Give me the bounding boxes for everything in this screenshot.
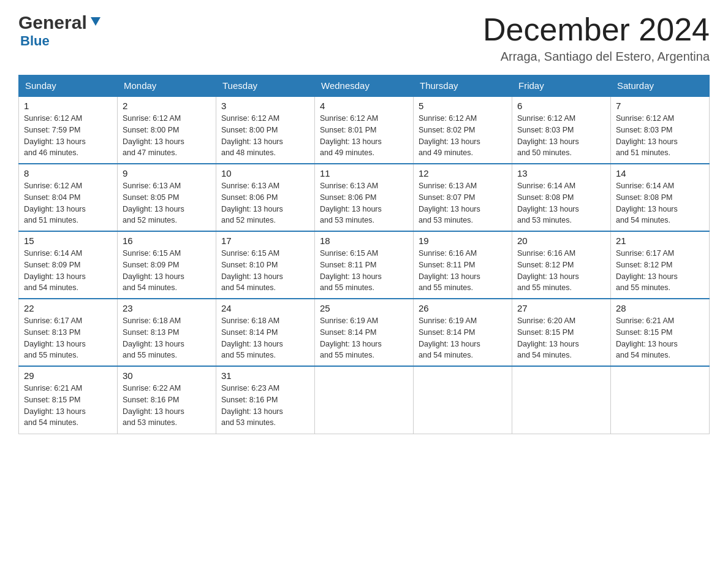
day-number: 13	[517, 168, 605, 178]
day-number: 18	[320, 236, 408, 246]
calendar-cell	[611, 366, 710, 434]
calendar-cell: 29 Sunrise: 6:21 AM Sunset: 8:15 PM Dayl…	[19, 366, 118, 434]
day-info: Sunrise: 6:13 AM Sunset: 8:05 PM Dayligh…	[123, 180, 211, 226]
calendar-week-row: 1 Sunrise: 6:12 AM Sunset: 7:59 PM Dayli…	[19, 96, 710, 164]
calendar-cell: 18 Sunrise: 6:15 AM Sunset: 8:11 PM Dayl…	[315, 231, 414, 299]
day-number: 11	[320, 168, 408, 178]
calendar-cell: 20 Sunrise: 6:16 AM Sunset: 8:12 PM Dayl…	[512, 231, 611, 299]
calendar-cell: 16 Sunrise: 6:15 AM Sunset: 8:09 PM Dayl…	[118, 231, 216, 299]
calendar-cell: 13 Sunrise: 6:14 AM Sunset: 8:08 PM Dayl…	[512, 164, 611, 231]
calendar-cell: 12 Sunrise: 6:13 AM Sunset: 8:07 PM Dayl…	[414, 164, 512, 231]
svg-marker-0	[91, 17, 100, 26]
day-info: Sunrise: 6:14 AM Sunset: 8:08 PM Dayligh…	[616, 180, 704, 226]
day-number: 3	[221, 101, 309, 111]
calendar-cell: 2 Sunrise: 6:12 AM Sunset: 8:00 PM Dayli…	[118, 96, 216, 164]
page-header: General Blue December 2024 Arraga, Santi…	[18, 12, 710, 64]
calendar-cell: 27 Sunrise: 6:20 AM Sunset: 8:15 PM Dayl…	[512, 299, 611, 366]
day-header-friday: Friday	[512, 75, 611, 97]
day-info: Sunrise: 6:19 AM Sunset: 8:14 PM Dayligh…	[419, 315, 507, 361]
day-info: Sunrise: 6:16 AM Sunset: 8:12 PM Dayligh…	[517, 248, 605, 294]
day-header-sunday: Sunday	[19, 75, 118, 97]
day-number: 7	[616, 101, 704, 111]
day-info: Sunrise: 6:12 AM Sunset: 8:03 PM Dayligh…	[616, 113, 704, 159]
day-info: Sunrise: 6:17 AM Sunset: 8:13 PM Dayligh…	[24, 315, 112, 361]
day-number: 24	[221, 303, 309, 313]
calendar-cell: 22 Sunrise: 6:17 AM Sunset: 8:13 PM Dayl…	[19, 299, 118, 366]
day-header-saturday: Saturday	[611, 75, 710, 97]
calendar-week-row: 15 Sunrise: 6:14 AM Sunset: 8:09 PM Dayl…	[19, 231, 710, 299]
day-info: Sunrise: 6:12 AM Sunset: 8:00 PM Dayligh…	[123, 113, 211, 159]
day-info: Sunrise: 6:20 AM Sunset: 8:15 PM Dayligh…	[517, 315, 605, 361]
day-info: Sunrise: 6:13 AM Sunset: 8:06 PM Dayligh…	[320, 180, 408, 226]
day-number: 26	[419, 303, 507, 313]
day-info: Sunrise: 6:14 AM Sunset: 8:08 PM Dayligh…	[517, 180, 605, 226]
day-number: 20	[517, 236, 605, 246]
day-number: 28	[616, 303, 704, 313]
day-number: 5	[419, 101, 507, 111]
day-info: Sunrise: 6:19 AM Sunset: 8:14 PM Dayligh…	[320, 315, 408, 361]
day-header-thursday: Thursday	[414, 75, 512, 97]
day-number: 1	[24, 101, 112, 111]
calendar-week-row: 22 Sunrise: 6:17 AM Sunset: 8:13 PM Dayl…	[19, 299, 710, 366]
calendar-cell	[512, 366, 611, 434]
day-info: Sunrise: 6:16 AM Sunset: 8:11 PM Dayligh…	[419, 248, 507, 294]
day-number: 14	[616, 168, 704, 178]
calendar-cell: 14 Sunrise: 6:14 AM Sunset: 8:08 PM Dayl…	[611, 164, 710, 231]
day-number: 8	[24, 168, 112, 178]
calendar-cell: 4 Sunrise: 6:12 AM Sunset: 8:01 PM Dayli…	[315, 96, 414, 164]
logo-chevron-icon	[89, 15, 102, 31]
day-info: Sunrise: 6:18 AM Sunset: 8:13 PM Dayligh…	[123, 315, 211, 361]
calendar-cell: 23 Sunrise: 6:18 AM Sunset: 8:13 PM Dayl…	[118, 299, 216, 366]
calendar-cell: 19 Sunrise: 6:16 AM Sunset: 8:11 PM Dayl…	[414, 231, 512, 299]
day-number: 30	[123, 370, 211, 381]
day-number: 15	[24, 236, 112, 246]
calendar-cell: 1 Sunrise: 6:12 AM Sunset: 7:59 PM Dayli…	[19, 96, 118, 164]
logo: General Blue	[18, 12, 102, 49]
calendar-cell: 7 Sunrise: 6:12 AM Sunset: 8:03 PM Dayli…	[611, 96, 710, 164]
calendar-cell	[414, 366, 512, 434]
day-info: Sunrise: 6:12 AM Sunset: 8:00 PM Dayligh…	[221, 113, 309, 159]
day-number: 2	[123, 101, 211, 111]
calendar-table: SundayMondayTuesdayWednesdayThursdayFrid…	[18, 75, 710, 434]
calendar-cell: 9 Sunrise: 6:13 AM Sunset: 8:05 PM Dayli…	[118, 164, 216, 231]
day-info: Sunrise: 6:12 AM Sunset: 8:01 PM Dayligh…	[320, 113, 408, 159]
day-header-wednesday: Wednesday	[315, 75, 414, 97]
calendar-cell: 10 Sunrise: 6:13 AM Sunset: 8:06 PM Dayl…	[216, 164, 315, 231]
calendar-cell	[315, 366, 414, 434]
calendar-week-row: 8 Sunrise: 6:12 AM Sunset: 8:04 PM Dayli…	[19, 164, 710, 231]
day-info: Sunrise: 6:21 AM Sunset: 8:15 PM Dayligh…	[24, 383, 112, 429]
day-number: 16	[123, 236, 211, 246]
day-number: 9	[123, 168, 211, 178]
day-info: Sunrise: 6:12 AM Sunset: 8:03 PM Dayligh…	[517, 113, 605, 159]
day-number: 23	[123, 303, 211, 313]
day-info: Sunrise: 6:12 AM Sunset: 7:59 PM Dayligh…	[24, 113, 112, 159]
calendar-cell: 5 Sunrise: 6:12 AM Sunset: 8:02 PM Dayli…	[414, 96, 512, 164]
day-info: Sunrise: 6:18 AM Sunset: 8:14 PM Dayligh…	[221, 315, 309, 361]
calendar-cell: 28 Sunrise: 6:21 AM Sunset: 8:15 PM Dayl…	[611, 299, 710, 366]
day-number: 29	[24, 370, 112, 381]
calendar-cell: 8 Sunrise: 6:12 AM Sunset: 8:04 PM Dayli…	[19, 164, 118, 231]
day-number: 21	[616, 236, 704, 246]
calendar-header-row: SundayMondayTuesdayWednesdayThursdayFrid…	[19, 75, 710, 97]
calendar-cell: 6 Sunrise: 6:12 AM Sunset: 8:03 PM Dayli…	[512, 96, 611, 164]
day-info: Sunrise: 6:15 AM Sunset: 8:10 PM Dayligh…	[221, 248, 309, 294]
day-info: Sunrise: 6:12 AM Sunset: 8:04 PM Dayligh…	[24, 180, 112, 226]
day-number: 25	[320, 303, 408, 313]
day-info: Sunrise: 6:22 AM Sunset: 8:16 PM Dayligh…	[123, 383, 211, 429]
day-number: 6	[517, 101, 605, 111]
calendar-cell: 11 Sunrise: 6:13 AM Sunset: 8:06 PM Dayl…	[315, 164, 414, 231]
day-number: 27	[517, 303, 605, 313]
day-info: Sunrise: 6:14 AM Sunset: 8:09 PM Dayligh…	[24, 248, 112, 294]
logo-general-text: General	[18, 12, 87, 33]
day-number: 31	[221, 370, 309, 381]
calendar-cell: 30 Sunrise: 6:22 AM Sunset: 8:16 PM Dayl…	[118, 366, 216, 434]
day-info: Sunrise: 6:12 AM Sunset: 8:02 PM Dayligh…	[419, 113, 507, 159]
calendar-title: December 2024	[483, 12, 710, 47]
calendar-cell: 26 Sunrise: 6:19 AM Sunset: 8:14 PM Dayl…	[414, 299, 512, 366]
logo-blue-text: Blue	[20, 33, 50, 48]
day-number: 22	[24, 303, 112, 313]
day-info: Sunrise: 6:21 AM Sunset: 8:15 PM Dayligh…	[616, 315, 704, 361]
calendar-cell: 15 Sunrise: 6:14 AM Sunset: 8:09 PM Dayl…	[19, 231, 118, 299]
day-info: Sunrise: 6:15 AM Sunset: 8:09 PM Dayligh…	[123, 248, 211, 294]
calendar-cell: 25 Sunrise: 6:19 AM Sunset: 8:14 PM Dayl…	[315, 299, 414, 366]
